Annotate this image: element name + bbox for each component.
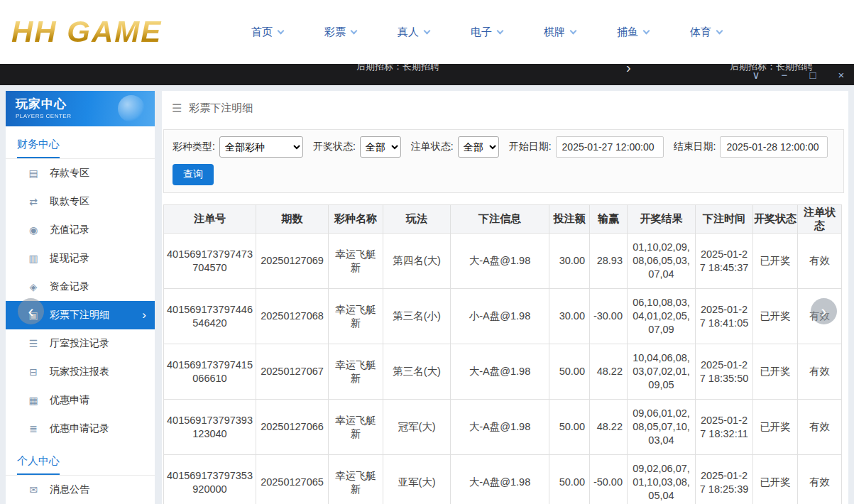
cell-win-loss: -50.00 <box>590 455 628 504</box>
start-date-input[interactable] <box>556 136 664 158</box>
cell-lottery-name: 幸运飞艇新 <box>329 455 383 504</box>
player-center-window: 玩家中心 PLAYERS CENTER 财务中心▤存款专区⇄取款专区◉充值记录▥… <box>0 85 854 504</box>
cell-draw-result: 10,04,06,08,03,07,02,01,09,05 <box>628 344 696 400</box>
nav-item-label: 棋牌 <box>544 26 565 39</box>
sidebar-item-withdraw-area[interactable]: ⇄取款专区 <box>6 187 155 216</box>
column-header-lottery-name: 彩种名称 <box>329 205 383 234</box>
banner-next-icon: › <box>626 64 631 76</box>
chevron-down-icon <box>351 27 358 34</box>
lottery-type-select[interactable]: 全部彩种 <box>219 136 303 158</box>
withdraw-area-icon: ⇄ <box>27 196 40 207</box>
sidebar-item-label: 彩票下注明细 <box>50 309 109 322</box>
hall-bet-record-icon: ☰ <box>27 338 40 349</box>
breadcrumb: ☰ 彩票下注明细 <box>162 91 848 125</box>
table-row: 40156917379741506661020250127067幸运飞艇新第三名… <box>164 344 842 400</box>
cell-draw-status: 已开奖 <box>753 400 798 455</box>
draw-status-select[interactable]: 全部 <box>360 136 401 158</box>
cell-bet-info: 大-A盘@1.98 <box>451 234 549 289</box>
cell-period: 20250127069 <box>256 234 329 289</box>
cell-bet-time: 2025-01-27 18:25:39 <box>696 455 753 504</box>
sidebar-item-message-notice[interactable]: ✉消息公告 <box>6 476 155 504</box>
section-header-label: 个人中心 <box>17 454 60 475</box>
cell-bet-time: 2025-01-27 18:45:37 <box>696 234 753 289</box>
sidebar-item-label: 存款专区 <box>50 167 89 180</box>
table-row: 40156917379747370457020250127069幸运飞艇新第四名… <box>164 234 842 289</box>
sidebar-item-cashout-record[interactable]: ▥提现记录 <box>6 244 155 273</box>
chevron-down-icon <box>497 27 504 34</box>
promo-apply-record-icon: ≣ <box>27 423 40 434</box>
window-collapse-icon[interactable]: ∨ <box>750 70 762 80</box>
cell-order-status: 有效 <box>798 344 842 400</box>
cell-lottery-name: 幸运飞艇新 <box>329 234 383 289</box>
cell-win-loss: 48.22 <box>590 344 628 400</box>
cell-win-loss: -30.00 <box>590 289 628 344</box>
main-nav: 首页彩票真人电子棋牌捕鱼体育 <box>202 26 743 39</box>
cell-period: 20250127065 <box>256 455 329 504</box>
window-minimize-icon[interactable]: − <box>779 70 790 80</box>
nav-item-label: 首页 <box>251 26 273 39</box>
order-status-select[interactable]: 全部 <box>458 136 499 158</box>
cell-play: 冠军(大) <box>383 400 451 455</box>
cell-bet-info: 大-A盘@1.98 <box>451 455 549 504</box>
cell-bet-amount: 30.00 <box>549 234 590 289</box>
recharge-record-icon: ◉ <box>27 224 40 236</box>
next-arrow-button[interactable]: › <box>811 298 837 324</box>
end-date-input[interactable] <box>720 136 828 158</box>
cell-bet-info: 大-A盘@1.98 <box>451 344 549 400</box>
filter-panel: 彩种类型: 全部彩种 开奖状态: 全部 注单状态: 全部 开始日期: 结束日期:… <box>163 129 844 193</box>
globe-decoration-icon <box>118 95 145 122</box>
cell-draw-status: 已开奖 <box>753 234 798 289</box>
cell-draw-result: 06,10,08,03,04,01,02,05,07,09 <box>628 289 696 344</box>
cell-play: 第三名(小) <box>383 289 451 344</box>
column-header-bet-info: 下注信息 <box>451 205 549 234</box>
column-header-play: 玩法 <box>383 205 451 234</box>
cell-bet-time: 2025-01-27 18:35:50 <box>696 344 753 400</box>
sidebar-item-deposit-area[interactable]: ▤存款专区 <box>6 159 155 187</box>
nav-item-label: 电子 <box>471 26 492 39</box>
sidebar-item-hall-bet-record[interactable]: ☰厅室投注记录 <box>6 329 155 358</box>
table-row: 40156917379735392000020250127065幸运飞艇新亚军(… <box>164 455 842 504</box>
nav-item-lottery[interactable]: 彩票 <box>304 26 377 39</box>
sidebar-item-recharge-record[interactable]: ◉充值记录 <box>6 216 155 244</box>
cell-draw-result: 09,02,06,07,01,10,03,08,05,04 <box>628 455 696 504</box>
nav-item-home[interactable]: 首页 <box>231 26 304 39</box>
content-panel: ☰ 彩票下注明细 彩种类型: 全部彩种 开奖状态: 全部 注单状态: 全部 开始… <box>162 91 848 504</box>
filter-row: 彩种类型: 全部彩种 开奖状态: 全部 注单状态: 全部 开始日期: 结束日期: <box>173 136 835 158</box>
promo-apply-icon: ▦ <box>27 395 40 406</box>
start-date-label: 开始日期: <box>509 141 552 153</box>
sidebar-item-label: 玩家投注报表 <box>50 366 109 378</box>
chevron-down-icon <box>716 27 723 34</box>
nav-item-fishing[interactable]: 捕鱼 <box>596 26 669 39</box>
lottery-type-label: 彩种类型: <box>173 141 215 153</box>
cell-order-status: 有效 <box>798 455 842 504</box>
cell-play: 第三名(大) <box>383 344 451 400</box>
nav-item-chess[interactable]: 棋牌 <box>523 26 596 39</box>
table-row: 40156917379739312304020250127066幸运飞艇新冠军(… <box>164 400 842 455</box>
nav-item-label: 真人 <box>398 26 419 39</box>
sidebar-item-promo-apply[interactable]: ▦优惠申请 <box>6 386 155 415</box>
sidebar-item-funds-record[interactable]: ◈资金记录 <box>6 273 155 301</box>
cell-play: 第四名(大) <box>383 234 451 289</box>
window-maximize-icon[interactable]: □ <box>807 70 819 80</box>
sidebar: 玩家中心 PLAYERS CENTER 财务中心▤存款专区⇄取款专区◉充值记录▥… <box>6 91 155 504</box>
window-close-icon[interactable]: × <box>836 70 847 80</box>
cell-bet-time: 2025-01-27 18:41:05 <box>696 289 753 344</box>
funds-record-icon: ◈ <box>27 281 40 292</box>
nav-item-live[interactable]: 真人 <box>377 26 450 39</box>
brand-logo[interactable]: HH GAME <box>0 15 202 49</box>
nav-item-sports[interactable]: 体育 <box>669 26 743 39</box>
background-banner: 后期招标：长期招聘 › 后期招标：长期招聘 ∨ − □ × <box>0 64 854 85</box>
nav-item-label: 彩票 <box>324 26 346 39</box>
nav-item-electronic[interactable]: 电子 <box>450 26 523 39</box>
column-header-bet-time: 下注时间 <box>696 205 753 234</box>
chevron-down-icon <box>570 27 577 34</box>
column-header-draw-status: 开奖状态 <box>753 205 798 234</box>
sidebar-item-player-bet-report[interactable]: ⊟玩家投注报表 <box>6 358 155 386</box>
cell-bet-info: 大-A盘@1.98 <box>451 400 549 455</box>
page-title: 彩票下注明细 <box>189 102 253 115</box>
sidebar-item-promo-apply-record[interactable]: ≣优惠申请记录 <box>6 415 155 443</box>
cell-draw-status: 已开奖 <box>753 289 798 344</box>
search-button[interactable]: 查询 <box>173 164 214 185</box>
prev-arrow-button[interactable]: ‹ <box>18 298 44 324</box>
column-header-draw-result: 开奖结果 <box>628 205 696 234</box>
